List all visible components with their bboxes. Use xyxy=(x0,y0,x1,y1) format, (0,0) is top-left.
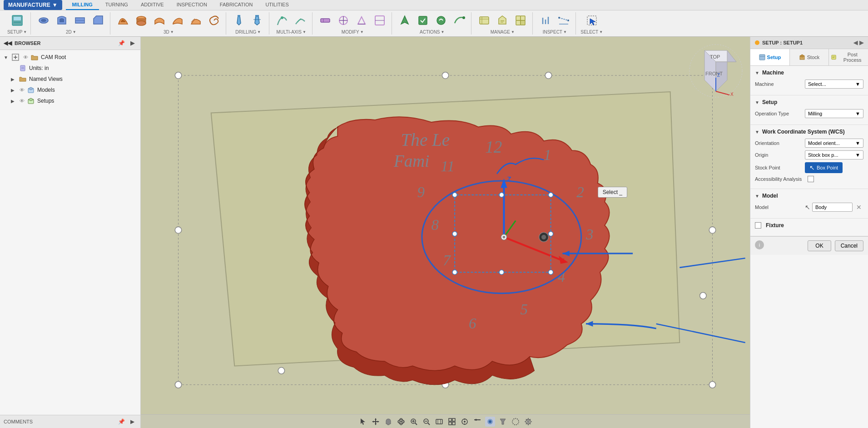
2d-face-icon[interactable] xyxy=(72,12,88,29)
machine-select-button[interactable]: Select... ▼ xyxy=(805,80,863,89)
3d-scallop-icon[interactable] xyxy=(188,12,204,29)
nav-cube[interactable]: TOP FRONT Z X xyxy=(686,41,745,100)
tab-post-process[interactable]: Post Process xyxy=(829,49,868,65)
sidebar-pin-icon[interactable]: 📌 xyxy=(117,39,126,48)
zoom-icon[interactable] xyxy=(409,417,419,427)
inspect-group-label[interactable]: INSPECT▼ xyxy=(543,30,567,35)
svg-marker-124 xyxy=(375,418,377,420)
cam-root-eye-icon[interactable]: 👁 xyxy=(22,54,29,61)
tree-item-models[interactable]: ▶ 👁 Models xyxy=(0,85,140,95)
ok-button[interactable]: OK xyxy=(808,240,831,251)
tab-inspection[interactable]: INSPECTION xyxy=(170,0,213,10)
select-group-label[interactable]: SELECT▼ xyxy=(580,30,603,35)
actions2-icon[interactable] xyxy=(415,12,431,29)
origin-select[interactable]: Stock box p... ▼ xyxy=(805,150,863,159)
settings2-icon[interactable] xyxy=(523,417,533,427)
move-mode-icon[interactable] xyxy=(371,417,381,427)
model-section-header[interactable]: ▼ Model xyxy=(755,193,863,199)
2d-contour-icon[interactable] xyxy=(54,12,70,29)
setup-icon[interactable] xyxy=(9,12,25,29)
multiaxis2-icon[interactable] xyxy=(292,12,308,29)
modify1-icon[interactable] xyxy=(317,12,333,29)
snap-icon[interactable] xyxy=(460,417,470,427)
accessibility-checkbox[interactable] xyxy=(808,176,814,182)
manage1-icon[interactable] xyxy=(476,12,492,29)
modify4-icon[interactable] xyxy=(372,12,388,29)
pan-icon[interactable] xyxy=(383,417,393,427)
2d-pocket-icon[interactable] xyxy=(35,12,52,29)
tree-item-units[interactable]: ▶ Units: in xyxy=(0,63,140,74)
manage-group-label[interactable]: MANAGE▼ xyxy=(491,30,515,35)
fixture-checkbox[interactable] xyxy=(755,222,761,229)
3d-spiral-icon[interactable] xyxy=(206,12,222,29)
modify3-icon[interactable] xyxy=(353,12,370,29)
drill-icon[interactable] xyxy=(231,12,247,29)
actions1-icon[interactable] xyxy=(397,12,413,29)
actions3-icon[interactable] xyxy=(433,12,449,29)
filter1-icon[interactable] xyxy=(472,417,482,427)
3d-pocket-icon[interactable] xyxy=(133,12,149,29)
actions-group-label[interactable]: ACTIONS▼ xyxy=(420,30,444,35)
filter2-icon[interactable] xyxy=(498,417,508,427)
inspect1-icon[interactable] xyxy=(537,12,554,29)
fixture-section-header[interactable]: Fixture xyxy=(755,222,863,229)
comments-bar[interactable]: COMMENTS 📌 ▶ xyxy=(0,415,140,428)
comments-expand-icon[interactable]: ▶ xyxy=(128,417,137,426)
filter3-icon[interactable] xyxy=(511,417,521,427)
wcs-section-header[interactable]: ▼ Work Coordinate System (WCS) xyxy=(755,129,863,135)
tab-fabrication[interactable]: FABRICATION xyxy=(213,0,259,10)
drill2-icon[interactable] xyxy=(249,12,265,29)
manage2-icon[interactable] xyxy=(494,12,511,29)
modify-group-label[interactable]: MODIFY▼ xyxy=(342,30,364,35)
select-icon[interactable] xyxy=(584,12,600,29)
modify2-icon[interactable] xyxy=(335,12,352,29)
model-clear-button[interactable]: ✕ xyxy=(854,204,863,211)
sidebar-expand-icon[interactable]: ▶ xyxy=(128,39,137,48)
multiaxis1-icon[interactable] xyxy=(274,12,290,29)
setup-section-header[interactable]: ▼ Setup xyxy=(755,99,863,105)
machine-section-header[interactable]: ▼ Machine xyxy=(755,70,863,76)
manage3-icon[interactable] xyxy=(512,12,529,29)
sidebar-collapse-icon[interactable]: ◀◀ xyxy=(4,40,12,46)
tree-item-cam-root[interactable]: ▼ 👁 CAM Root xyxy=(0,52,140,63)
viewport[interactable]: 12 11 9 8 7 1 2 3 4 5 6 The Le Fami Z xyxy=(141,37,750,428)
2d-chamfer-icon[interactable] xyxy=(90,12,106,29)
tree-item-setups[interactable]: ▶ 👁 Setups xyxy=(0,95,140,106)
setups-eye-icon[interactable]: 👁 xyxy=(18,97,25,105)
zoom-fit-icon[interactable] xyxy=(422,417,432,427)
3d-adaptive-icon[interactable] xyxy=(115,12,131,29)
inspect2-icon[interactable] xyxy=(556,12,572,29)
3d-group-label[interactable]: 3D▼ xyxy=(164,30,174,35)
drilling-group-label[interactable]: DRILLING▼ xyxy=(235,30,261,35)
tab-milling[interactable]: MILLING xyxy=(66,0,99,10)
3d-parallel-icon[interactable] xyxy=(151,12,168,29)
tab-utilities[interactable]: UTILITIES xyxy=(259,0,295,10)
stock-point-button[interactable]: ↖ Box Point xyxy=(805,162,843,173)
grid-icon[interactable] xyxy=(447,417,457,427)
manufacture-button[interactable]: MANUFACTURE ▼ xyxy=(4,0,62,10)
multiaxis-group-label[interactable]: MULTI-AXIS▼ xyxy=(277,30,306,35)
panel-expand-icon[interactable]: ▶ xyxy=(859,40,863,46)
3d-contour-icon[interactable] xyxy=(169,12,186,29)
operation-type-select[interactable]: Milling ▼ xyxy=(805,109,863,118)
highlight-icon[interactable] xyxy=(485,417,495,427)
2d-group-label[interactable]: 2D▼ xyxy=(66,30,76,35)
cursor-mode-icon[interactable] xyxy=(358,417,368,427)
display-mode-icon[interactable] xyxy=(434,417,444,427)
orientation-select[interactable]: Model orient... ▼ xyxy=(805,139,863,148)
model-field[interactable]: Body xyxy=(812,203,853,212)
svg-rect-25 xyxy=(419,16,427,25)
info-icon[interactable]: i xyxy=(755,240,764,249)
tree-item-named-views[interactable]: ▶ Named Views xyxy=(0,74,140,85)
models-eye-icon[interactable]: 👁 xyxy=(18,86,25,94)
tab-additive[interactable]: ADDITIVE xyxy=(134,0,170,10)
tab-setup[interactable]: Setup xyxy=(750,49,790,65)
tab-turning[interactable]: TURNING xyxy=(99,0,134,10)
cancel-button[interactable]: Cancel xyxy=(835,240,863,251)
comments-pin-icon[interactable]: 📌 xyxy=(117,417,126,426)
orbit-icon[interactable] xyxy=(396,417,406,427)
tab-stock[interactable]: Stock xyxy=(790,49,829,65)
setup-group-label[interactable]: SETUP▼ xyxy=(7,30,27,35)
actions4-icon[interactable] xyxy=(451,12,467,29)
panel-collapse-icon[interactable]: ◀ xyxy=(853,40,858,46)
